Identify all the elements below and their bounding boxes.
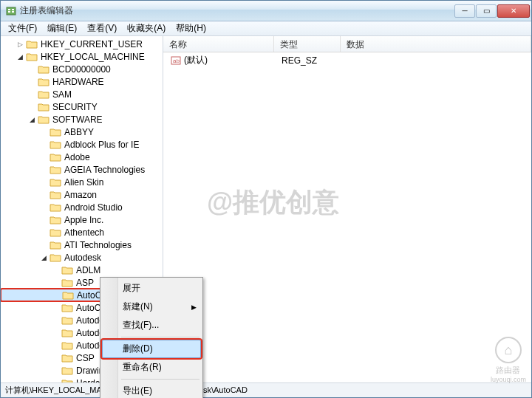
svg-text:ab: ab	[173, 58, 180, 64]
tree-node[interactable]: Adblock Plus for IE	[1, 138, 163, 151]
string-value-icon: ab	[171, 55, 181, 66]
tree-node[interactable]: AGEIA Technologies	[1, 163, 163, 176]
tree-node-label: Adobe	[64, 152, 90, 162]
expand-icon[interactable]	[39, 128, 48, 137]
tree-node[interactable]: ◢Autodesk	[1, 251, 163, 264]
context-menu-item[interactable]: 重命名(R)	[102, 358, 201, 377]
tree-node-label: Amazon	[64, 190, 97, 200]
tree-node[interactable]: ◢SOFTWARE	[1, 113, 163, 126]
titlebar: 注册表编辑器 ─ ▭ ✕	[1, 1, 531, 21]
collapse-icon[interactable]: ◢	[39, 253, 48, 262]
menu-favorites[interactable]: 收藏夹(A)	[123, 21, 170, 36]
expand-icon[interactable]	[39, 191, 48, 199]
tree-node[interactable]: ABBYY	[1, 126, 163, 138]
expand-icon[interactable]	[27, 78, 36, 86]
tree-node-label: SECURITY	[52, 102, 98, 112]
folder-icon	[61, 353, 73, 363]
expand-icon[interactable]	[39, 153, 48, 162]
expand-icon[interactable]	[39, 140, 48, 149]
values-list[interactable]: ab(默认)REG_SZ	[163, 52, 531, 382]
menu-file[interactable]: 文件(F)	[4, 21, 41, 36]
expand-icon[interactable]: ▷	[16, 40, 24, 49]
folder-icon	[50, 165, 61, 175]
expand-icon[interactable]	[39, 228, 48, 237]
tree-node-label: CSP	[76, 353, 95, 363]
tree-node[interactable]: Apple Inc.	[1, 213, 163, 226]
menu-edit[interactable]: 编辑(E)	[43, 21, 81, 36]
tree-node-label: Athentech	[64, 227, 104, 238]
menu-view[interactable]: 查看(V)	[83, 21, 121, 36]
tree-node[interactable]: ATI Technologies	[1, 239, 163, 251]
folder-icon	[61, 366, 73, 376]
tree-node-label: BCD00000000	[52, 64, 111, 75]
tree-node-label: HKEY_LOCAL_MACHINE	[41, 52, 145, 62]
context-menu-item[interactable]: 导出(E)	[102, 382, 201, 398]
svg-rect-3	[12, 9, 14, 10]
folder-icon	[50, 152, 61, 162]
tree-node[interactable]: ◢HKEY_LOCAL_MACHINE	[1, 50, 163, 63]
submenu-arrow-icon: ▶	[191, 303, 197, 311]
context-menu-item[interactable]: 展开	[102, 279, 201, 298]
context-menu-item[interactable]: 新建(N)▶	[102, 298, 201, 316]
collapse-icon[interactable]: ◢	[16, 52, 24, 61]
expand-icon[interactable]	[51, 366, 60, 375]
menu-help[interactable]: 帮助(H)	[171, 21, 211, 36]
tree-node[interactable]: Android Studio	[1, 201, 163, 213]
folder-icon	[61, 315, 73, 326]
tree-node[interactable]: ADLM	[1, 264, 163, 276]
tree-node-label: ASP	[76, 278, 94, 288]
col-type[interactable]: 类型	[274, 36, 341, 52]
value-row[interactable]: ab(默认)REG_SZ	[165, 54, 530, 66]
tree-node[interactable]: SECURITY	[1, 100, 163, 113]
tree-node[interactable]: HARDWARE	[1, 75, 163, 88]
maximize-button[interactable]: ▭	[476, 4, 497, 18]
expand-icon[interactable]	[27, 90, 36, 99]
statusbar: 计算机\HKEY_LOCAL_MACHINE\SOFTWARE\Autodesk…	[1, 382, 531, 397]
context-menu-item[interactable]: 删除(D)	[102, 340, 201, 358]
expand-icon[interactable]	[51, 266, 60, 275]
regedit-window: 注册表编辑器 ─ ▭ ✕ 文件(F) 编辑(E) 查看(V) 收藏夹(A) 帮助…	[0, 0, 532, 398]
folder-icon	[38, 64, 50, 75]
context-menu-separator	[121, 379, 200, 380]
expand-icon[interactable]	[51, 354, 60, 363]
expand-icon[interactable]	[51, 341, 60, 350]
expand-icon[interactable]	[51, 316, 60, 325]
expand-icon[interactable]	[51, 303, 60, 312]
expand-icon[interactable]	[39, 241, 48, 250]
col-name[interactable]: 名称	[163, 36, 274, 52]
tree-node[interactable]: Alien Skin	[1, 176, 163, 188]
expand-icon[interactable]	[27, 65, 36, 74]
expand-icon[interactable]	[51, 278, 60, 287]
tree-node[interactable]: Athentech	[1, 226, 163, 239]
expand-icon[interactable]	[27, 103, 36, 111]
tree-node[interactable]: SAM	[1, 88, 163, 100]
tree-node[interactable]: Adobe	[1, 151, 163, 163]
close-button[interactable]: ✕	[497, 4, 530, 18]
tree-node-label: Android Studio	[64, 202, 123, 213]
folder-icon	[61, 278, 73, 288]
context-menu-separator	[121, 337, 200, 337]
folder-icon	[38, 102, 50, 112]
context-menu-item[interactable]: 查找(F)...	[102, 316, 201, 334]
tree-node-label: ABBYY	[64, 127, 94, 137]
tree-node[interactable]: Amazon	[1, 188, 163, 201]
minimize-button[interactable]: ─	[454, 4, 475, 18]
expand-icon[interactable]	[39, 165, 48, 174]
expand-icon[interactable]	[52, 291, 61, 300]
menubar: 文件(F) 编辑(E) 查看(V) 收藏夹(A) 帮助(H)	[1, 21, 531, 36]
expand-icon[interactable]	[39, 178, 48, 187]
list-header: 名称 类型 数据	[163, 36, 531, 52]
folder-icon	[61, 265, 73, 275]
col-data[interactable]: 数据	[341, 36, 531, 52]
collapse-icon[interactable]: ◢	[27, 115, 36, 124]
folder-icon	[50, 240, 61, 250]
folder-icon	[50, 127, 61, 137]
tree-node[interactable]: ▷HKEY_CURRENT_USER	[1, 38, 163, 50]
tree-node[interactable]: BCD00000000	[1, 63, 163, 75]
expand-icon[interactable]	[51, 329, 60, 337]
tree-node-label: ADLM	[76, 265, 100, 275]
folder-icon	[38, 114, 50, 125]
window-title: 注册表编辑器	[20, 4, 454, 17]
expand-icon[interactable]	[39, 216, 48, 224]
expand-icon[interactable]	[39, 203, 48, 212]
